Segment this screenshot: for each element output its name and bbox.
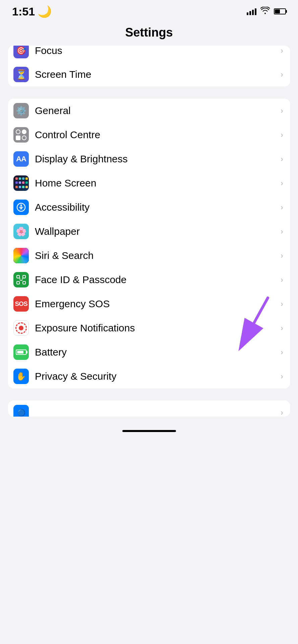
privacy-security-chevron: › (281, 372, 283, 381)
control-centre-label: Control Centre (35, 129, 281, 141)
settings-group-1: 🎯 Focus › ⏳ Screen Time › (8, 46, 290, 87)
svg-point-6 (19, 278, 20, 279)
settings-item-face-id[interactable]: Face ID & Passcode › (8, 268, 290, 292)
control-centre-icon (13, 127, 29, 143)
settings-group-2: ⚙️ General › Control Centre › (8, 99, 290, 388)
home-screen-label: Home Screen (35, 177, 281, 189)
svg-rect-5 (23, 281, 25, 284)
face-id-icon (13, 272, 29, 287)
settings-item-wallpaper[interactable]: 🌸 Wallpaper › (8, 219, 290, 244)
signal-bar-1 (247, 12, 248, 15)
svg-rect-3 (23, 275, 25, 278)
display-brightness-icon: AA (13, 151, 29, 167)
face-id-chevron: › (281, 275, 283, 284)
settings-item-privacy-security[interactable]: ✋ Privacy & Security › (8, 364, 290, 388)
battery-chevron: › (281, 347, 283, 357)
signal-bar-4 (255, 8, 256, 15)
privacy-security-label: Privacy & Security (35, 371, 281, 382)
wifi-icon (260, 7, 270, 16)
battery-setting-icon (13, 344, 29, 360)
home-screen-chevron: › (281, 178, 283, 188)
moon-icon: 🌙 (38, 5, 52, 18)
accessibility-chevron: › (281, 203, 283, 212)
control-centre-chevron: › (281, 130, 283, 140)
svg-point-1 (20, 205, 22, 206)
home-screen-icon (13, 175, 29, 191)
focus-chevron: › (281, 46, 283, 55)
settings-item-home-screen[interactable]: Home Screen › (8, 171, 290, 195)
battery-fill (275, 9, 280, 13)
general-label: General (35, 105, 281, 116)
settings-group-3: 🔵 › (8, 400, 290, 417)
settings-item-battery[interactable]: Battery › (8, 340, 290, 364)
general-icon: ⚙️ (13, 103, 29, 118)
signal-bar-3 (252, 10, 254, 15)
privacy-security-icon: ✋ (13, 369, 29, 384)
home-bar (122, 430, 176, 432)
wallpaper-chevron: › (281, 227, 283, 236)
settings-item-siri-search[interactable]: Siri & Search › (8, 244, 290, 268)
page-title: Settings (125, 25, 173, 39)
accessibility-label: Accessibility (35, 202, 281, 213)
settings-item-general[interactable]: ⚙️ General › (8, 99, 290, 123)
wallpaper-icon: 🌸 (13, 224, 29, 239)
exposure-center (19, 326, 23, 330)
emergency-sos-icon: SOS (13, 296, 29, 312)
svg-rect-4 (17, 281, 19, 284)
screen-time-chevron: › (281, 70, 283, 79)
exposure-notifications-icon (13, 320, 29, 336)
battery-icon (274, 8, 286, 14)
screen-time-label: Screen Time (35, 69, 281, 80)
settings-item-screen-time[interactable]: ⏳ Screen Time › (8, 62, 290, 87)
display-brightness-label: Display & Brightness (35, 153, 281, 165)
status-time: 1:51 🌙 (12, 5, 52, 18)
display-brightness-chevron: › (281, 154, 283, 164)
battery-label: Battery (35, 346, 281, 358)
settings-item-display-brightness[interactable]: AA Display & Brightness › (8, 147, 290, 171)
exposure-ring (15, 322, 27, 334)
settings-item-emergency-sos[interactable]: SOS Emergency SOS › (8, 292, 290, 316)
signal-bar-2 (249, 11, 251, 15)
exposure-notifications-label: Exposure Notifications (35, 322, 281, 334)
accessibility-icon (13, 200, 29, 215)
status-bar: 1:51 🌙 (0, 0, 298, 21)
svg-rect-2 (17, 275, 19, 278)
focus-label: Focus (35, 46, 281, 56)
face-id-label: Face ID & Passcode (35, 274, 281, 285)
page-header: Settings (0, 21, 298, 46)
screen-time-icon: ⏳ (13, 67, 29, 82)
emergency-sos-chevron: › (281, 299, 283, 309)
time-display: 1:51 (12, 5, 35, 18)
siri-search-icon (13, 248, 29, 263)
partial-bottom-chevron: › (281, 408, 283, 417)
partial-bottom-icon: 🔵 (13, 405, 29, 417)
home-indicator (0, 423, 298, 435)
emergency-sos-label: Emergency SOS (35, 298, 281, 310)
settings-item-exposure-notifications[interactable]: Exposure Notifications › (8, 316, 290, 340)
settings-item-focus[interactable]: 🎯 Focus › (8, 46, 290, 62)
siri-search-label: Siri & Search (35, 250, 281, 261)
siri-search-chevron: › (281, 251, 283, 260)
general-chevron: › (281, 106, 283, 115)
wallpaper-label: Wallpaper (35, 226, 281, 237)
signal-icon (247, 8, 256, 15)
status-right-icons (247, 7, 286, 16)
exposure-notifications-chevron: › (281, 323, 283, 333)
focus-icon: 🎯 (13, 46, 29, 58)
settings-item-partial-bottom[interactable]: 🔵 › (8, 400, 290, 417)
settings-item-control-centre[interactable]: Control Centre › (8, 123, 290, 147)
svg-point-7 (22, 278, 23, 279)
settings-item-accessibility[interactable]: Accessibility › (8, 195, 290, 219)
main-group-wrapper: ⚙️ General › Control Centre › (0, 99, 298, 388)
